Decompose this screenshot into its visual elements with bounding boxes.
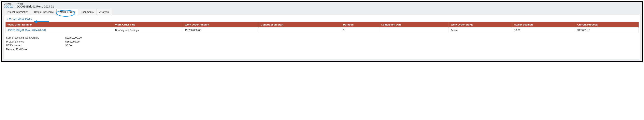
tab-dates-schedule[interactable]: Dates / Schedule bbox=[31, 9, 56, 15]
summary-revised-end-date: Revised End Date: bbox=[6, 47, 639, 51]
breadcrumb-separator: > bbox=[14, 5, 16, 8]
tab-project-information[interactable]: Project Information bbox=[4, 9, 31, 15]
work-orders-table: Work Order Number Work Order Title Work … bbox=[5, 22, 639, 33]
summary-ntp-value: $0.00 bbox=[65, 44, 72, 47]
breadcrumb-project-label: Project bbox=[16, 3, 23, 5]
cell-construction-start bbox=[258, 28, 341, 33]
create-work-order-button[interactable]: + Create Work Order bbox=[5, 17, 32, 22]
table-header-row: Work Order Number Work Order Title Work … bbox=[6, 22, 639, 28]
summary-ntp-issued: NTP's Issued $0.00 bbox=[6, 44, 639, 47]
tab-bar: Project Information Dates / Schedule Wor… bbox=[2, 9, 642, 15]
plus-icon: + bbox=[6, 18, 8, 21]
summary-ntp-label: NTP's Issued bbox=[6, 44, 65, 47]
summary-sum-value: $2,750,000.00 bbox=[65, 36, 82, 40]
cell-work-order-number[interactable]: JOC01-Bldg01 Reno 2024 01-001 bbox=[6, 28, 113, 33]
cell-status: Active bbox=[448, 28, 512, 33]
breadcrumb-labels: Contract Project bbox=[4, 3, 640, 5]
col-header-status[interactable]: Work Order Status bbox=[448, 22, 512, 28]
project-panel: Contract Project JOC01 > JOC01-Bldg01 Re… bbox=[1, 1, 643, 62]
cell-completion-date bbox=[379, 28, 448, 33]
tab-analysis[interactable]: Analysis bbox=[96, 9, 112, 15]
breadcrumb: JOC01 > JOC01-Bldg01 Reno 2024 01 bbox=[4, 5, 640, 9]
cell-duration: 0 bbox=[341, 28, 379, 33]
breadcrumb-contract-link[interactable]: JOC01 bbox=[4, 5, 12, 8]
breadcrumb-contract-label: Contract bbox=[4, 3, 16, 5]
work-orders-panel: + Create Work Order Work Order Number Wo… bbox=[4, 15, 640, 59]
summary-balance-value: $250,000.00 bbox=[65, 40, 80, 44]
summary-block: Sum of Existing Work Orders $2,750,000.0… bbox=[5, 36, 639, 51]
table-row[interactable]: JOC01-Bldg01 Reno 2024 01-001 Roofing an… bbox=[6, 28, 639, 33]
col-header-construction-start[interactable]: Construction Start bbox=[258, 22, 341, 28]
col-header-title[interactable]: Work Order Title bbox=[113, 22, 183, 28]
summary-revised-label: Revised End Date: bbox=[6, 47, 65, 51]
tab-documents[interactable]: Documents bbox=[78, 9, 97, 15]
col-header-completion-date[interactable]: Completion Date bbox=[379, 22, 448, 28]
summary-balance-label: Project Balance bbox=[6, 40, 65, 44]
col-header-owner-estimate[interactable]: Owner Estimate bbox=[512, 22, 575, 28]
cell-owner-estimate: $0.00 bbox=[512, 28, 575, 33]
tab-work-orders[interactable]: Work Orders bbox=[56, 9, 78, 15]
create-work-order-label: Create Work Order bbox=[9, 18, 32, 21]
header-area: Contract Project JOC01 > JOC01-Bldg01 Re… bbox=[2, 2, 642, 9]
cell-work-order-amount: $2,750,000.00 bbox=[183, 28, 258, 33]
col-header-number[interactable]: Work Order Number bbox=[6, 22, 113, 28]
summary-sum-label: Sum of Existing Work Orders bbox=[6, 36, 65, 40]
summary-project-balance: Project Balance $250,000.00 bbox=[6, 40, 639, 44]
summary-sum-existing: Sum of Existing Work Orders $2,750,000.0… bbox=[6, 36, 639, 40]
cell-work-order-title: Roofing and Ceilings bbox=[113, 28, 183, 33]
col-header-current-proposal[interactable]: Current Proposal bbox=[575, 22, 638, 28]
col-header-duration[interactable]: Duration bbox=[341, 22, 379, 28]
col-header-amount[interactable]: Work Order Amount bbox=[183, 22, 258, 28]
breadcrumb-project-name: JOC01-Bldg01 Reno 2024 01 bbox=[17, 5, 54, 8]
cell-current-proposal: $17,651.10 bbox=[575, 28, 638, 33]
